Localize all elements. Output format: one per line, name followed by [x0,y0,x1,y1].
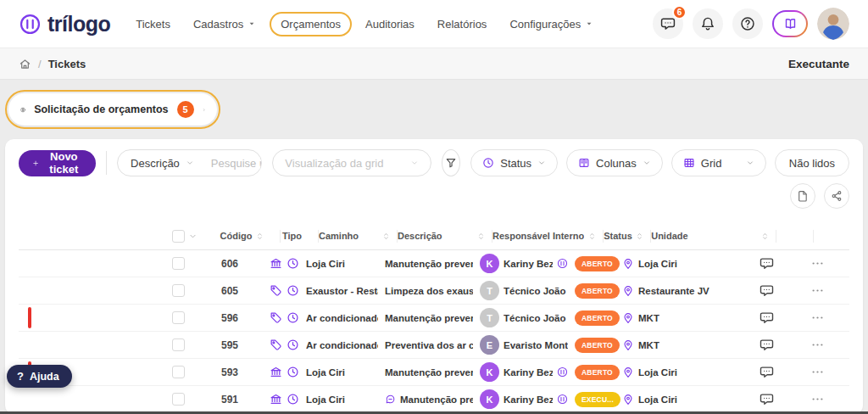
column-descricao: Descrição [398,231,442,241]
book-icon [783,17,798,31]
nav-item-2[interactable]: Orçamentos [270,12,352,36]
nav-item-1[interactable]: Cadastros [193,18,256,31]
row-checkbox[interactable] [172,393,185,406]
avatar: T [480,281,499,300]
responsible-name: Técnico João [504,313,566,323]
table-row[interactable]: 596 Ar condicionado c... Manutenção prev… [19,305,849,332]
unread-filter[interactable]: Não lidos [775,149,849,176]
new-ticket-button[interactable]: Novo ticket [19,150,96,176]
trilogo-app-icon [557,394,568,405]
ticket-description: Limpeza dos exaustore... [385,277,480,304]
unit-name: Restaurante JV [638,286,709,296]
toolbar-right: Status Colunas Grid Não lidos [470,149,849,176]
notifications-button[interactable] [693,8,723,39]
select-all-checkbox[interactable] [172,230,185,243]
book-frame [774,12,806,36]
row-actions-icon[interactable] [810,256,825,271]
table-row[interactable]: 595 Ar condicionado c... Preventiva dos … [19,332,849,359]
row-actions-icon[interactable] [810,392,825,406]
sort-icon[interactable] [476,232,486,241]
unit-name: MKT [638,340,659,350]
knowledge-base-button[interactable] [772,10,808,37]
plus-icon [32,158,39,169]
ticket-description: Manutenção preventiva ... [385,305,480,331]
status-badge: ABERTO [575,310,620,326]
row-checkbox[interactable] [172,257,185,270]
home-icon[interactable] [19,58,31,70]
responsible-cell: E Evaristo Monte [480,332,575,358]
row-actions-icon[interactable] [810,283,825,298]
status-badge: ABERTO [575,338,620,353]
messages-button[interactable]: 6 [653,8,683,39]
ticket-code: 593 [192,359,268,385]
sort-icon[interactable] [255,232,264,241]
responsible-cell: K Kariny Bezerra [480,359,575,385]
breadcrumb-page[interactable]: Tickets [48,58,86,70]
bank-icon [270,366,282,378]
grid-select[interactable]: Grid [671,149,766,176]
status-badge: EXECU... [575,392,620,407]
ticket-description: Manutenção preventiva ... [385,359,480,385]
nav-item-3[interactable]: Auditorias [365,18,415,31]
row-chat-icon[interactable] [760,338,774,352]
row-checkbox[interactable] [172,311,185,324]
export-pdf-button[interactable] [790,183,815,209]
search-input[interactable] [203,157,263,170]
help-button[interactable]: ? Ajuda [7,365,72,388]
unit-cell: Loja Ciri [622,250,748,277]
row-chat-icon[interactable] [760,392,774,406]
row-checkbox[interactable] [172,366,185,378]
unit-name: Loja Ciri [638,394,677,405]
grid-view-select[interactable]: Visualização da grid [272,149,431,176]
filter-button[interactable] [442,149,460,176]
responsible-cell: K Kariny Bezerra [480,250,575,277]
new-ticket-label: Novo ticket [45,150,82,176]
page-content: Solicitação de orçamentos 5 Novo ticket … [0,80,868,414]
row-chat-icon[interactable] [760,256,774,271]
share-button[interactable] [824,183,849,209]
columns-select[interactable]: Colunas [566,149,663,176]
status-badge: ABERTO [575,365,620,380]
trilogo-logo-icon [19,13,42,36]
budget-requests-banner[interactable]: Solicitação de orçamentos 5 [5,90,220,129]
sort-icon[interactable] [587,232,597,241]
help-center-button[interactable] [732,8,763,39]
row-actions-icon[interactable] [810,365,825,379]
grid-label: Grid [701,157,722,170]
row-checkbox[interactable] [172,338,185,351]
avatar: K [480,362,499,382]
history-icon [287,257,299,270]
unit-cell: Loja Ciri [622,359,748,385]
brand-name: trílogo [47,12,110,36]
sort-icon[interactable] [635,232,644,241]
table-row[interactable]: 593 Loja Ciri Manutenção preventiva ... … [19,359,849,386]
ticket-type-icons [268,359,306,385]
breadcrumb-bar: / Tickets Executante [0,48,868,80]
user-avatar[interactable] [817,8,849,40]
sort-icon[interactable] [381,232,391,241]
search-field-select[interactable]: Descrição [118,157,203,170]
nav-item-5[interactable]: Configurações [509,18,593,31]
status-filter[interactable]: Status [470,149,558,176]
brand-logo[interactable]: trílogo [19,12,110,36]
table-row[interactable]: 591 Loja Ciri Manutenção preven... K Kar… [19,386,849,413]
row-chat-icon[interactable] [760,310,774,325]
dollar-circle-icon [20,100,25,120]
question-circle-icon [740,16,755,31]
table-row[interactable]: 605 Exaustor - Restaur... Limpeza dos ex… [19,277,849,305]
bell-icon [700,16,715,31]
table-row[interactable]: 606 Loja Ciri Manutenção preventiva ... … [19,250,849,277]
nav-item-label: Configurações [509,18,581,31]
ticket-type-icons [268,250,306,277]
row-chat-icon[interactable] [760,283,774,298]
map-pin-icon [622,366,634,378]
row-actions-icon[interactable] [810,338,825,352]
row-chat-icon[interactable] [760,365,774,379]
chevron-down-icon[interactable] [188,232,198,241]
row-checkbox[interactable] [172,284,185,297]
nav-item-4[interactable]: Relatórios [437,18,487,31]
sort-icon[interactable] [760,232,770,241]
row-actions-icon[interactable] [810,310,825,325]
main-nav: TicketsCadastrosOrçamentosAuditoriasRela… [136,16,593,32]
nav-item-0[interactable]: Tickets [136,18,170,31]
